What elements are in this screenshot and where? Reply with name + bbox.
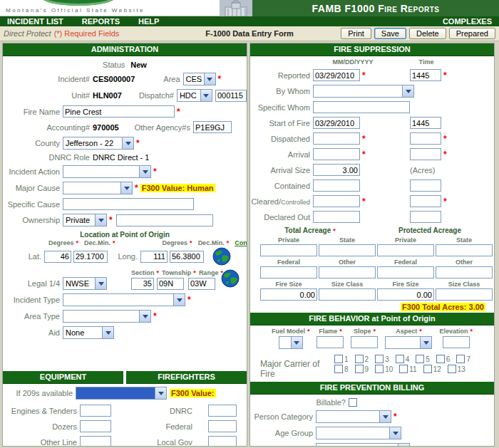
by-whom-select[interactable] — [313, 85, 414, 98]
dispatch-number-input[interactable] — [215, 90, 247, 102]
arrival-time-input[interactable] — [410, 148, 441, 160]
lat-degrees-input[interactable] — [44, 251, 71, 263]
other-agency-input[interactable] — [193, 121, 232, 133]
person-category-select[interactable] — [316, 410, 391, 423]
globe-icon[interactable] — [221, 269, 240, 288]
local-gov-input[interactable] — [208, 436, 237, 447]
save-button[interactable]: Save — [374, 28, 406, 39]
age-group-select[interactable] — [316, 427, 401, 439]
start-date-input[interactable] — [313, 117, 360, 129]
checkbox-icon[interactable] — [423, 365, 432, 373]
slope-input[interactable] — [351, 336, 378, 348]
reported-date-input[interactable] — [313, 69, 360, 81]
dnrc-input[interactable] — [208, 405, 237, 417]
carrier-checkbox-2[interactable]: 2 — [355, 355, 369, 363]
prepared-button[interactable]: Prepared — [449, 28, 495, 39]
ownership-select[interactable]: Private — [63, 214, 107, 226]
activity-involved-select[interactable] — [316, 443, 410, 447]
section-input[interactable] — [131, 278, 154, 290]
checkbox-icon[interactable] — [355, 355, 364, 363]
declared-date-input[interactable] — [313, 211, 360, 223]
incident-action-select[interactable] — [63, 165, 151, 178]
checkbox-icon[interactable] — [456, 355, 465, 363]
globe-icon[interactable] — [212, 247, 231, 266]
menu-complexes[interactable]: COMPLEXES — [443, 17, 492, 26]
protected-fire-size-input[interactable] — [377, 288, 434, 301]
checkbox-icon[interactable] — [416, 355, 424, 363]
menu-help[interactable]: HELP — [138, 17, 159, 26]
arrival-date-input[interactable] — [313, 148, 360, 160]
209s-select[interactable] — [76, 387, 167, 400]
checkbox-icon[interactable] — [448, 365, 456, 373]
flame-input[interactable] — [317, 336, 344, 348]
checkbox-icon[interactable] — [334, 365, 343, 373]
menu-incident-list[interactable]: INCIDENT LIST — [7, 17, 63, 26]
protected-private-acres-input[interactable] — [377, 244, 434, 256]
protected-state-acres-input[interactable] — [436, 244, 493, 256]
carrier-checkbox-8[interactable]: 8 — [334, 365, 349, 373]
ownership-other-input[interactable] — [116, 214, 213, 226]
menu-reports[interactable]: REPORTS — [82, 17, 120, 26]
dozers-input[interactable] — [80, 420, 111, 432]
contained-time-input[interactable] — [410, 179, 441, 192]
area-type-select[interactable] — [63, 310, 151, 323]
start-time-input[interactable] — [410, 117, 441, 129]
township-input[interactable] — [157, 278, 184, 290]
federal-input[interactable] — [208, 420, 237, 432]
carrier-checkbox-5[interactable]: 5 — [416, 355, 430, 363]
contained-date-input[interactable] — [313, 179, 360, 192]
fire-size-input[interactable] — [260, 288, 317, 301]
carrier-checkbox-3[interactable]: 3 — [375, 355, 389, 363]
declared-time-input[interactable] — [410, 211, 441, 223]
major-cause-select[interactable] — [63, 182, 133, 194]
checkbox-icon[interactable] — [436, 355, 445, 363]
area-select[interactable]: CES — [183, 73, 216, 85]
carrier-checkbox-6[interactable]: 6 — [436, 355, 451, 363]
print-button[interactable]: Print — [341, 28, 371, 39]
carrier-checkbox-1[interactable]: 1 — [334, 355, 349, 363]
other-acres-input[interactable] — [319, 266, 376, 278]
carrier-checkbox-9[interactable]: 9 — [355, 365, 369, 373]
dispatch-select[interactable]: HDC — [177, 89, 212, 102]
conversion-link[interactable]: Conversion — [235, 239, 247, 246]
long-decmin-input[interactable] — [170, 251, 204, 263]
delete-button[interactable]: Delete — [409, 28, 446, 39]
cleared-date-input[interactable] — [313, 195, 360, 207]
protected-size-class-input[interactable] — [436, 288, 493, 301]
specific-cause-input[interactable] — [63, 198, 194, 210]
checkbox-icon[interactable] — [375, 355, 384, 363]
aspect-select[interactable] — [385, 336, 432, 349]
elevation-input[interactable] — [443, 336, 470, 348]
federal-acres-input[interactable] — [260, 266, 317, 278]
private-acres-input[interactable] — [260, 244, 317, 256]
fire-name-input[interactable] — [63, 105, 175, 118]
cleared-time-input[interactable] — [410, 195, 441, 207]
checkbox-icon[interactable] — [399, 365, 408, 373]
protected-other-acres-input[interactable] — [436, 266, 493, 278]
carrier-checkbox-7[interactable]: 7 — [456, 355, 470, 363]
county-select[interactable]: Jefferson - 22 — [63, 137, 134, 150]
reported-time-input[interactable] — [410, 69, 441, 81]
protected-federal-acres-input[interactable] — [377, 266, 434, 278]
billable-checkbox[interactable] — [349, 398, 357, 407]
engines-tenders-input[interactable] — [80, 405, 111, 417]
carrier-checkbox-13[interactable]: 13 — [448, 365, 465, 373]
checkbox-icon[interactable] — [334, 355, 343, 363]
carrier-checkbox-12[interactable]: 12 — [423, 365, 441, 373]
carrier-checkbox-4[interactable]: 4 — [396, 355, 410, 363]
aid-select[interactable]: None — [63, 326, 114, 339]
range-input[interactable] — [188, 278, 215, 290]
carrier-checkbox-11[interactable]: 11 — [399, 365, 416, 373]
arrival-size-input[interactable] — [313, 164, 360, 176]
state-acres-input[interactable] — [319, 244, 376, 256]
carrier-checkbox-10[interactable]: 10 — [375, 365, 393, 373]
fuel-model-select[interactable] — [279, 336, 303, 349]
incident-type-select[interactable] — [63, 293, 185, 306]
size-class-input[interactable] — [319, 288, 376, 301]
dispatched-date-input[interactable] — [313, 132, 360, 145]
legal-quarter-select[interactable]: NWSE — [63, 277, 107, 290]
checkbox-icon[interactable] — [355, 365, 364, 373]
specific-whom-input[interactable] — [313, 101, 410, 113]
other-line-input[interactable] — [80, 436, 111, 447]
long-degrees-input[interactable] — [140, 251, 168, 263]
